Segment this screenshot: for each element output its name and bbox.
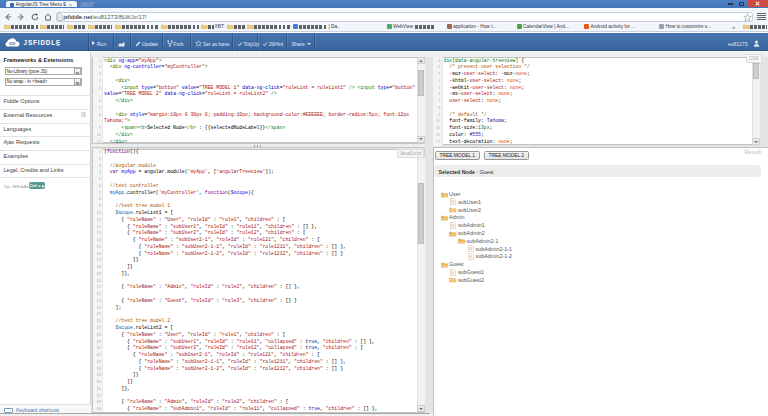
svg-text:co: co xyxy=(9,40,16,46)
